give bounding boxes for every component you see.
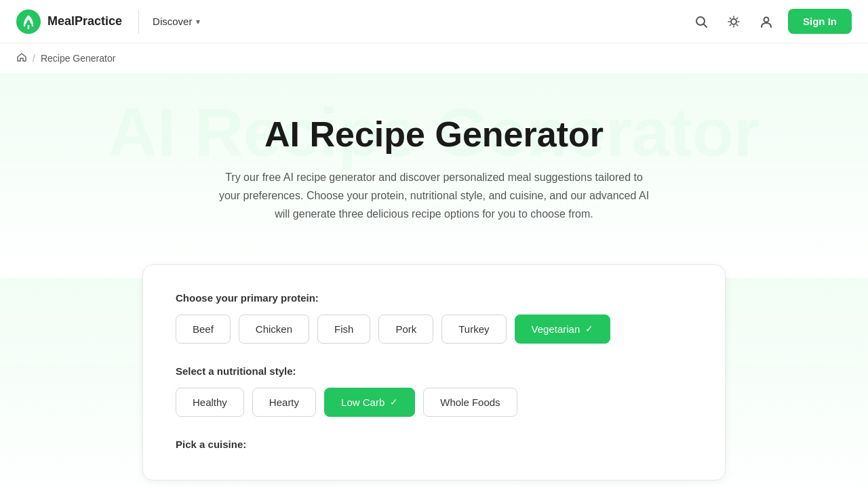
protein-option-beef[interactable]: Beef [176, 314, 231, 344]
page-title: AI Recipe Generator [16, 114, 852, 155]
nutrition-options: Healthy Hearty Low Carb ✓ Whole Foods [176, 388, 692, 417]
protein-option-turkey[interactable]: Turkey [441, 314, 506, 344]
user-profile-button[interactable] [755, 11, 777, 33]
theme-toggle-button[interactable] [723, 11, 745, 33]
breadcrumb-home-icon[interactable] [16, 52, 27, 65]
search-button[interactable] [690, 11, 712, 33]
protein-option-pork[interactable]: Pork [378, 314, 433, 344]
hero-description: Try our free AI recipe generator and dis… [217, 168, 651, 224]
svg-point-4 [731, 19, 736, 24]
svg-point-2 [696, 17, 705, 25]
protein-option-chicken[interactable]: Chicken [239, 314, 309, 344]
svg-line-10 [736, 24, 737, 25]
breadcrumb: / Recipe Generator [0, 43, 868, 73]
logo[interactable]: MealPractice [16, 9, 122, 34]
chevron-down-icon: ▾ [196, 17, 200, 26]
user-icon [760, 15, 773, 28]
protein-option-fish[interactable]: Fish [317, 314, 370, 344]
logo-icon [16, 9, 41, 34]
svg-line-9 [730, 18, 730, 18]
check-icon-low-carb: ✓ [390, 396, 398, 407]
svg-line-11 [736, 18, 737, 18]
svg-point-13 [764, 17, 769, 22]
nutrition-option-whole-foods[interactable]: Whole Foods [423, 388, 517, 417]
nutrition-option-low-carb[interactable]: Low Carb ✓ [324, 388, 415, 417]
svg-line-3 [704, 24, 707, 27]
nutrition-label: Select a nutritional style: [176, 365, 692, 377]
hero-section: AI Recipe Generator AI Recipe Generator … [0, 73, 868, 278]
breadcrumb-separator: / [33, 53, 35, 64]
logo-text: MealPractice [47, 14, 122, 28]
header-right: Sign In [690, 9, 852, 34]
nutrition-section: Select a nutritional style: Healthy Hear… [176, 365, 692, 417]
nutrition-option-healthy[interactable]: Healthy [176, 388, 244, 417]
protein-option-vegetarian[interactable]: Vegetarian ✓ [515, 314, 611, 344]
svg-line-12 [730, 24, 730, 25]
recipe-form-card: Choose your primary protein: Beef Chicke… [142, 264, 726, 481]
svg-point-0 [16, 9, 41, 34]
check-icon: ✓ [585, 323, 593, 334]
protein-label: Choose your primary protein: [176, 292, 692, 304]
header: MealPractice Discover ▾ [0, 0, 868, 43]
sun-icon [727, 15, 741, 28]
nav-discover-label: Discover [153, 16, 192, 27]
sign-in-button[interactable]: Sign In [788, 9, 852, 34]
header-divider [138, 9, 139, 34]
search-icon [694, 15, 708, 28]
cuisine-label: Pick a cuisine: [176, 439, 692, 450]
nav-discover[interactable]: Discover ▾ [153, 16, 200, 27]
nutrition-option-hearty[interactable]: Hearty [252, 388, 316, 417]
protein-section: Choose your primary protein: Beef Chicke… [176, 292, 692, 344]
cuisine-section: Pick a cuisine: [176, 439, 692, 450]
protein-options: Beef Chicken Fish Pork Turkey Vegetarian… [176, 314, 692, 344]
breadcrumb-current-page: Recipe Generator [41, 53, 116, 64]
